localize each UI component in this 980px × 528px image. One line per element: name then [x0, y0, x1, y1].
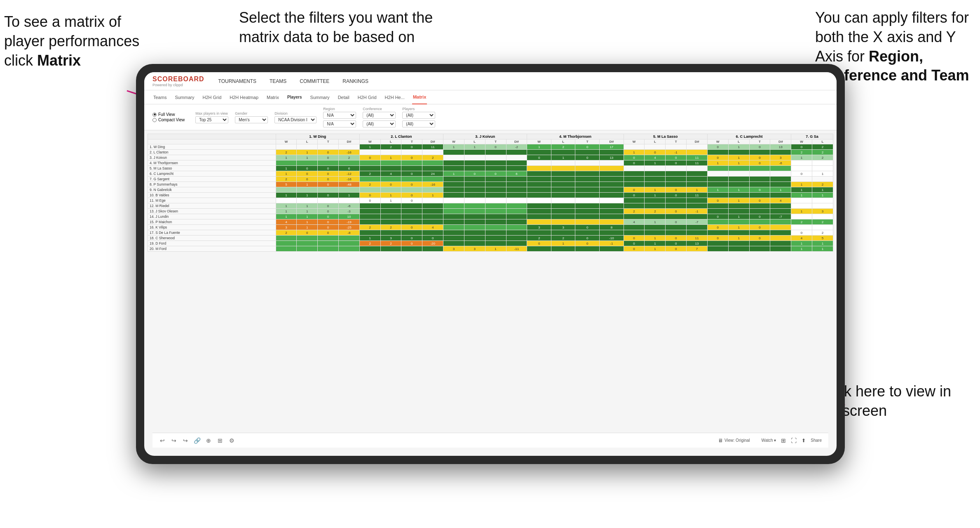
matrix-cell: 0 [624, 155, 645, 160]
matrix-cell [575, 177, 600, 182]
matrix-cell [551, 177, 575, 182]
redo2-icon[interactable]: ↪ [182, 437, 189, 444]
matrix-cell [645, 182, 666, 187]
nav-icon[interactable]: ⊕ [205, 437, 212, 444]
matrix-cell: 4 [770, 198, 791, 203]
matrix-cell: 2 [359, 241, 380, 246]
matrix-cell [551, 166, 575, 171]
matrix-cell: 13 [600, 155, 624, 160]
matrix-cell: -1 [687, 209, 708, 214]
matrix-cell [728, 203, 749, 209]
conference-select-1[interactable]: (All) [363, 112, 396, 119]
matrix-cell [749, 193, 770, 198]
matrix-table-wrapper[interactable]: 1. W Ding 2. L Clanton 3. J Koivun 4. M … [144, 130, 837, 446]
matrix-cell [527, 198, 551, 203]
content-area: 1. W Ding 2. L Clanton 3. J Koivun 4. M … [144, 130, 837, 446]
sub-tab-players-summary[interactable]: Summary [309, 90, 331, 104]
share-icon[interactable]: ⬆ [802, 438, 806, 443]
matrix-cell: 0 [527, 241, 551, 246]
sh-w1: W [276, 139, 297, 144]
full-view-dot [152, 113, 157, 117]
matrix-cell [812, 225, 833, 230]
watch-label[interactable]: Watch ▾ [762, 438, 776, 443]
matrix-cell [276, 236, 297, 241]
matrix-cell [624, 198, 645, 203]
sub-tab-h2h-grid[interactable]: H2H Grid [202, 90, 222, 104]
matrix-cell [551, 150, 575, 155]
gender-select[interactable]: Men's [235, 116, 268, 123]
sub-tab-players-h2h-he[interactable]: H2H He... [384, 90, 406, 104]
max-players-select[interactable]: Top 25 [195, 116, 228, 123]
matrix-cell: 1 [728, 214, 749, 219]
matrix-cell [401, 150, 422, 155]
nav-teams[interactable]: TEAMS [268, 78, 288, 84]
matrix-cell: 1 [276, 209, 297, 214]
sub-tab-players-detail[interactable]: Detail [337, 90, 350, 104]
grid-icon[interactable]: ⊞ [781, 437, 786, 444]
division-select[interactable]: NCAA Division I [274, 116, 317, 123]
matrix-cell [707, 241, 728, 246]
sub-tab-summary[interactable]: Summary [174, 90, 195, 104]
matrix-cell [687, 214, 708, 219]
matrix-cell [422, 246, 443, 252]
link-icon[interactable]: 🔗 [194, 437, 200, 444]
matrix-cell [506, 203, 527, 209]
matrix-cell [443, 177, 464, 182]
sub-tab-teams[interactable]: Teams [152, 90, 167, 104]
nav-rankings[interactable]: RANKINGS [341, 78, 370, 84]
matrix-cell [600, 193, 624, 198]
matrix-cell: 0 [575, 241, 600, 246]
matrix-cell [422, 214, 443, 219]
view-label: View: Original [724, 438, 750, 443]
col-header-4: 4. M Thorbjornsen [527, 134, 624, 139]
players-select-2[interactable]: (All) [402, 120, 435, 127]
matrix-cell: 3 [380, 236, 401, 241]
sub-tab-players[interactable]: Players [286, 90, 303, 104]
redo-icon[interactable]: ↪ [171, 437, 177, 444]
share-label[interactable]: Share [811, 438, 822, 443]
matrix-cell [464, 209, 485, 214]
nav-tournaments[interactable]: TOURNAMENTS [217, 78, 258, 84]
conference-select-2[interactable]: (All) [363, 120, 396, 127]
matrix-cell: 10 [339, 214, 360, 219]
matrix-cell [666, 225, 687, 230]
matrix-cell [359, 209, 380, 214]
matrix-cell: 3 [770, 155, 791, 160]
nav-committee[interactable]: COMMITTEE [298, 78, 331, 84]
player-name-cell: 7. G Sargent [148, 177, 276, 182]
full-view-radio[interactable]: Full View [152, 112, 185, 117]
matrix-cell: 17 [600, 144, 624, 150]
matrix-cell: 1 [791, 241, 812, 246]
sub-tab-players-h2h-grid[interactable]: H2H Grid [357, 90, 377, 104]
matrix-cell: 0 [318, 193, 339, 198]
fullscreen-icon[interactable]: ⛶ [791, 437, 797, 444]
matrix-cell [422, 177, 443, 182]
region-select-1[interactable]: N/A [323, 112, 356, 119]
matrix-cell: 1 [276, 166, 297, 171]
matrix-cell [624, 214, 645, 219]
matrix-cell [707, 219, 728, 225]
players-select-1[interactable]: (All) [402, 112, 435, 119]
sub-tab-players-matrix[interactable]: Matrix [412, 90, 427, 104]
sub-tab-h2h-heatmap[interactable]: H2H Heatmap [229, 90, 259, 104]
matrix-cell: 1 [464, 144, 485, 150]
matrix-cell [575, 193, 600, 198]
sub-tab-matrix[interactable]: Matrix [266, 90, 280, 104]
matrix-cell: 2 [380, 241, 401, 246]
matrix-cell: 0 [318, 203, 339, 209]
sh-l4: L [551, 139, 575, 144]
zoom-icon[interactable]: ⊞ [217, 437, 223, 444]
matrix-cell: 6 [339, 166, 360, 171]
matrix-cell [443, 193, 464, 198]
undo-icon[interactable]: ↩ [159, 437, 166, 444]
matrix-cell [600, 203, 624, 209]
matrix-cell: -12 [339, 171, 360, 177]
matrix-cell [791, 198, 812, 203]
player-name-cell: 19. D Ford [148, 241, 276, 246]
matrix-cell [728, 182, 749, 187]
compact-view-radio[interactable]: Compact View [152, 118, 185, 122]
region-select-2[interactable]: N/A [323, 120, 356, 127]
matrix-cell [812, 203, 833, 209]
matrix-cell [770, 219, 791, 225]
settings-icon[interactable]: ⚙ [228, 437, 235, 444]
